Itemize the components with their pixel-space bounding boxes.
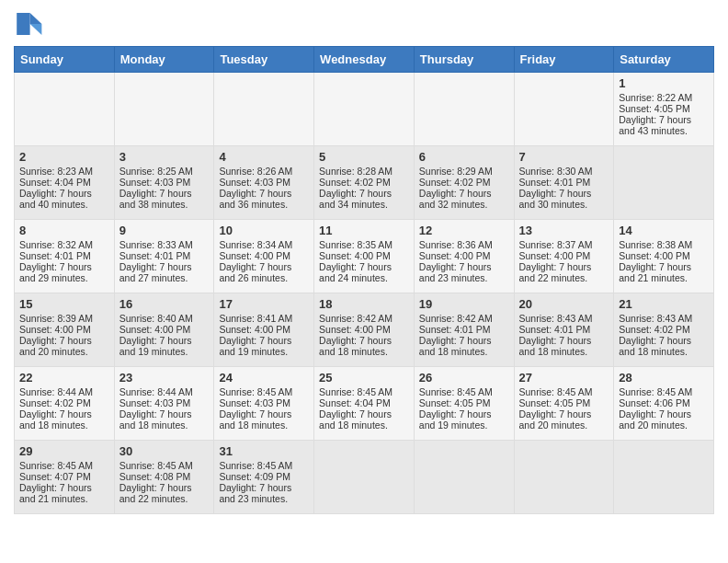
- calendar-cell: 10Sunrise: 8:34 AMSunset: 4:00 PMDayligh…: [214, 220, 314, 293]
- calendar-cell: 13Sunrise: 8:37 AMSunset: 4:00 PMDayligh…: [514, 220, 614, 293]
- calendar-cell: 1Sunrise: 8:22 AMSunset: 4:05 PMDaylight…: [614, 73, 714, 146]
- header-row: SundayMondayTuesdayWednesdayThursdayFrid…: [15, 47, 714, 73]
- empty-cell: [314, 73, 415, 146]
- calendar-cell: 30Sunrise: 8:45 AMSunset: 4:08 PMDayligh…: [114, 441, 214, 514]
- day-header: Monday: [114, 47, 214, 73]
- calendar-week: 29Sunrise: 8:45 AMSunset: 4:07 PMDayligh…: [15, 441, 714, 514]
- calendar-cell: 6Sunrise: 8:29 AMSunset: 4:02 PMDaylight…: [414, 146, 514, 220]
- calendar-cell: 17Sunrise: 8:41 AMSunset: 4:00 PMDayligh…: [214, 293, 314, 367]
- calendar-cell: 3Sunrise: 8:25 AMSunset: 4:03 PMDaylight…: [114, 146, 214, 220]
- calendar-cell: [314, 441, 415, 514]
- day-header: Tuesday: [214, 47, 314, 73]
- calendar-cell: 18Sunrise: 8:42 AMSunset: 4:00 PMDayligh…: [314, 293, 415, 367]
- day-header: Sunday: [15, 47, 115, 73]
- calendar-cell: 8Sunrise: 8:32 AMSunset: 4:01 PMDaylight…: [15, 220, 115, 293]
- day-header: Wednesday: [314, 47, 415, 73]
- calendar-cell: 14Sunrise: 8:38 AMSunset: 4:00 PMDayligh…: [614, 220, 714, 293]
- calendar-cell: 26Sunrise: 8:45 AMSunset: 4:05 PMDayligh…: [414, 367, 514, 441]
- calendar-cell: 27Sunrise: 8:45 AMSunset: 4:05 PMDayligh…: [514, 367, 614, 441]
- logo-icon: [14, 9, 43, 39]
- calendar-table: SundayMondayTuesdayWednesdayThursdayFrid…: [14, 46, 714, 514]
- calendar-cell: 22Sunrise: 8:44 AMSunset: 4:02 PMDayligh…: [15, 367, 115, 441]
- day-header: Saturday: [614, 47, 714, 73]
- day-header: Thursday: [414, 47, 514, 73]
- calendar-cell: 7Sunrise: 8:30 AMSunset: 4:01 PMDaylight…: [514, 146, 614, 220]
- calendar-cell: 2Sunrise: 8:23 AMSunset: 4:04 PMDaylight…: [15, 146, 115, 220]
- svg-rect-2: [17, 13, 29, 35]
- svg-marker-0: [30, 13, 42, 24]
- header: [14, 9, 714, 39]
- calendar-week: 22Sunrise: 8:44 AMSunset: 4:02 PMDayligh…: [15, 367, 714, 441]
- calendar-week: 15Sunrise: 8:39 AMSunset: 4:00 PMDayligh…: [15, 293, 714, 367]
- svg-marker-1: [30, 24, 42, 35]
- empty-cell: [514, 73, 614, 146]
- calendar-cell: 21Sunrise: 8:43 AMSunset: 4:02 PMDayligh…: [614, 293, 714, 367]
- calendar-cell: 31Sunrise: 8:45 AMSunset: 4:09 PMDayligh…: [214, 441, 314, 514]
- calendar-cell: 11Sunrise: 8:35 AMSunset: 4:00 PMDayligh…: [314, 220, 415, 293]
- calendar-week: 2Sunrise: 8:23 AMSunset: 4:04 PMDaylight…: [15, 146, 714, 220]
- calendar-cell: [614, 441, 714, 514]
- logo: [14, 9, 47, 39]
- calendar-cell: 12Sunrise: 8:36 AMSunset: 4:00 PMDayligh…: [414, 220, 514, 293]
- empty-cell: [214, 73, 314, 146]
- calendar-cell: 20Sunrise: 8:43 AMSunset: 4:01 PMDayligh…: [514, 293, 614, 367]
- calendar-cell: [614, 146, 714, 220]
- calendar-cell: [514, 441, 614, 514]
- empty-cell: [414, 73, 514, 146]
- calendar-cell: 15Sunrise: 8:39 AMSunset: 4:00 PMDayligh…: [15, 293, 115, 367]
- calendar-cell: 19Sunrise: 8:42 AMSunset: 4:01 PMDayligh…: [414, 293, 514, 367]
- calendar-cell: [414, 441, 514, 514]
- calendar-week: 8Sunrise: 8:32 AMSunset: 4:01 PMDaylight…: [15, 220, 714, 293]
- calendar-week: 1Sunrise: 8:22 AMSunset: 4:05 PMDaylight…: [15, 73, 714, 146]
- empty-cell: [15, 73, 115, 146]
- calendar-cell: 24Sunrise: 8:45 AMSunset: 4:03 PMDayligh…: [214, 367, 314, 441]
- calendar-cell: 29Sunrise: 8:45 AMSunset: 4:07 PMDayligh…: [15, 441, 115, 514]
- empty-cell: [114, 73, 214, 146]
- calendar-cell: 25Sunrise: 8:45 AMSunset: 4:04 PMDayligh…: [314, 367, 415, 441]
- calendar-cell: 4Sunrise: 8:26 AMSunset: 4:03 PMDaylight…: [214, 146, 314, 220]
- calendar-cell: 23Sunrise: 8:44 AMSunset: 4:03 PMDayligh…: [114, 367, 214, 441]
- calendar-cell: 9Sunrise: 8:33 AMSunset: 4:01 PMDaylight…: [114, 220, 214, 293]
- calendar-cell: 16Sunrise: 8:40 AMSunset: 4:00 PMDayligh…: [114, 293, 214, 367]
- calendar-cell: 28Sunrise: 8:45 AMSunset: 4:06 PMDayligh…: [614, 367, 714, 441]
- calendar-cell: 5Sunrise: 8:28 AMSunset: 4:02 PMDaylight…: [314, 146, 415, 220]
- day-header: Friday: [514, 47, 614, 73]
